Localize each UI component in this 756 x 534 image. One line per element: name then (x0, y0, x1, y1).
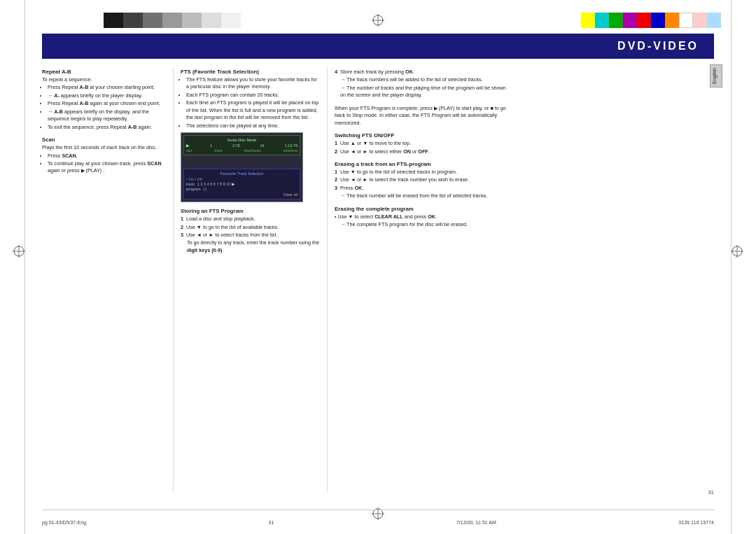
color-block-7 (221, 13, 241, 28)
footer: pg 01-43/D5/37-Eng 31 7/13/00, 11:51 AM … (42, 510, 714, 534)
scan-intro: Plays the first 10 seconds of each track… (42, 144, 166, 151)
step4-item-2: → The number of tracks and the playing t… (340, 85, 512, 99)
footer-center: 31 (269, 520, 274, 525)
scan-section: Scan Plays the first 10 seconds of each … (42, 136, 166, 175)
diagram-play-icon: ▶ (186, 143, 190, 148)
erasing-track-title: Erasing a track from an FTS-program (335, 161, 512, 167)
crosshair-left (13, 245, 25, 258)
fts-complete-body: When your FTS Program is complete, press… (335, 105, 512, 127)
storing-step-3b: To go directly to any track, enter the t… (187, 239, 320, 254)
storing-title: Storing an FTS Program (181, 208, 320, 214)
erasing-track-step-3: 3 Press OK. (335, 185, 512, 192)
diagram-numbers: 1 2 3 4 5 6 7 8 9 10 ▶ (197, 182, 235, 186)
erasing-complete-section: Erasing the complete program • Use ▼ to … (335, 206, 512, 229)
diagram-label2: track (214, 148, 222, 153)
diagram-track-label: track (186, 182, 195, 186)
color-light-blue (707, 13, 721, 28)
repeat-ab-title: Repeat A-B (42, 69, 166, 75)
step4-section: 4 Store each track by pressing OK. → The… (335, 69, 512, 99)
page-number-right: 31 (708, 489, 714, 496)
columns-layout: Repeat A-B To repeat a sequence: Press R… (42, 64, 714, 492)
right-border-line (731, 0, 732, 534)
fts-title: FTS (Favorite Track Selection) (181, 69, 320, 75)
diagram-time3: 1:13.78 (285, 143, 298, 148)
diagram-track-num: 1 (210, 143, 212, 148)
crosshair-right (731, 245, 743, 258)
switching-section: Switching FTS ON/OFF 1 Use ▲ or ▼ to mov… (335, 132, 512, 155)
repeat-step-5: To exit the sequence, press Repeat A-B a… (48, 124, 166, 131)
fav-title: Favourite Track Selection (186, 171, 298, 176)
diagram-program-val: | | (203, 187, 206, 191)
switching-step-2: 2 Use ◄ or ► to select either ON or OFF. (335, 148, 512, 155)
repeat-step-4: → A-B appears briefly on the display, an… (48, 108, 166, 123)
fts-item-2: Each FTS program can contain 20 tracks. (186, 92, 320, 99)
crosshair-top (372, 14, 384, 27)
color-block-3 (143, 13, 162, 28)
erasing-track-step-2: 2 Use ◄ or ► to select the track number … (335, 176, 512, 183)
storing-step-3: 3 Use ◄ or ► to select tracks from the l… (181, 232, 320, 239)
fts-item-1: The FTS feature allows you to store your… (186, 76, 320, 91)
fts-item-3: Each time an FTS program is played it wi… (186, 99, 320, 121)
footer-left: pg 01-43/D5/37-Eng (42, 520, 86, 525)
color-yellow (581, 13, 595, 28)
storing-body: 1 Load a disc and stop playback. 2 Use ▼… (181, 216, 320, 254)
storing-section: Storing an FTS Program 1 Load a disc and… (181, 208, 320, 254)
erasing-track-body: 1 Use ▼ to go to the list of selected tr… (335, 169, 512, 200)
top-right-color-bar (581, 13, 721, 28)
scan-step-2: To continue play at your chosen track, p… (48, 160, 166, 175)
repeat-ab-body: To repeat a sequence: Press Repeat A-B a… (42, 76, 166, 131)
diagram-label4: total/time (284, 148, 298, 153)
fts-items: The FTS feature allows you to store your… (186, 76, 320, 129)
audio-disc-label: Audio Disc Mode (186, 138, 298, 142)
diagram-clear-all: Clear all (186, 192, 298, 197)
scan-step-1: Press SCAN. (48, 153, 166, 160)
erasing-track-step-1: 1 Use ▼ to go to the list of selected tr… (335, 169, 512, 176)
color-block-1 (104, 13, 123, 28)
color-magenta (623, 13, 637, 28)
step4-item-1: → The track numbers will be added to the… (340, 76, 512, 83)
switching-body: 1 Use ▲ or ▼ to move to the top. 2 Use ◄… (335, 140, 512, 155)
column-2: FTS (Favorite Track Selection) The FTS f… (175, 67, 326, 492)
column-3: 4 Store each track by pressing OK. → The… (329, 67, 518, 492)
top-left-color-bar (104, 13, 241, 28)
storing-step-2: 2 Use ▼ to go to the list of available t… (181, 224, 320, 231)
storing-step-1: 1 Load a disc and stop playback. (181, 216, 320, 223)
divider-2 (327, 67, 328, 492)
header-band: DVD-VIDEO (42, 34, 714, 59)
repeat-steps: Press Repeat A-B at your chosen starting… (48, 84, 166, 131)
color-orange (665, 13, 679, 28)
diagram-on-off: • On • Off (186, 177, 298, 181)
step4-intro: 4 Store each track by pressing OK. (335, 69, 512, 76)
erasing-complete-step-2: → The complete FTS program for the disc … (340, 221, 512, 228)
footer-date: 7/13/00, 11:51 AM (456, 520, 496, 525)
footer-code: 3139 116 19774 (678, 520, 714, 525)
diagram-time2: 14 (260, 143, 265, 148)
color-white (679, 13, 693, 28)
color-block-6 (202, 13, 221, 28)
scan-steps: Press SCAN. To continue play at your cho… (48, 153, 166, 175)
divider-1 (173, 67, 174, 492)
erasing-track-step-4: → The track number will be erased from t… (340, 192, 512, 199)
erasing-track-section: Erasing a track from an FTS-program 1 Us… (335, 161, 512, 200)
left-border-line (24, 0, 25, 534)
diagram-label1: disc (186, 148, 192, 153)
scan-title: Scan (42, 136, 166, 143)
color-cyan (595, 13, 609, 28)
diagram-label3: total/tracks (244, 148, 261, 153)
switching-title: Switching FTS ON/OFF (335, 132, 512, 139)
switching-step-1: 1 Use ▲ or ▼ to move to the top. (335, 140, 512, 147)
fts-complete-text: When your FTS Program is complete, press… (335, 105, 512, 127)
scan-body: Plays the first 10 seconds of each track… (42, 144, 166, 175)
color-block-4 (162, 13, 182, 28)
color-red (637, 13, 651, 28)
color-light-pink (693, 13, 707, 28)
color-green (609, 13, 623, 28)
erasing-complete-step-1: • Use ▼ to select CLEAR ALL and press OK… (335, 213, 512, 220)
fts-item-4: The selections can be played at any time… (186, 122, 320, 129)
erasing-complete-body: • Use ▼ to select CLEAR ALL and press OK… (335, 213, 512, 229)
diagram-time1: 2:78 (232, 143, 240, 148)
fts-body: The FTS feature allows you to store your… (181, 76, 320, 129)
repeat-step-2: → A- appears briefly on the player displ… (48, 92, 166, 99)
diagram-program-label: program (186, 187, 200, 191)
color-blue (651, 13, 665, 28)
